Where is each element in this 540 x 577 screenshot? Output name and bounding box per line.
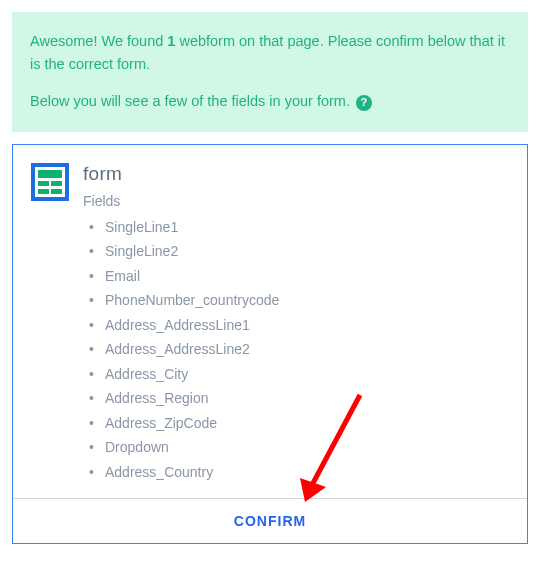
form-title: form xyxy=(83,163,509,185)
help-icon[interactable]: ? xyxy=(356,95,372,111)
list-item: Address_AddressLine2 xyxy=(105,337,509,362)
list-item: SingleLine1 xyxy=(105,215,509,240)
form-content: form Fields SingleLine1SingleLine2EmailP… xyxy=(83,163,509,485)
svg-rect-3 xyxy=(38,181,49,186)
list-item: Address_ZipCode xyxy=(105,411,509,436)
list-item: Address_City xyxy=(105,362,509,387)
alert-text: Awesome! We found xyxy=(30,33,167,49)
fields-label: Fields xyxy=(83,193,509,209)
list-item: Dropdown xyxy=(105,435,509,460)
alert-line-2: Below you will see a few of the fields i… xyxy=(30,90,510,113)
alert-line-1: Awesome! We found 1 webform on that page… xyxy=(30,30,510,76)
confirm-button[interactable]: CONFIRM xyxy=(13,498,527,543)
list-item: PhoneNumber_countrycode xyxy=(105,288,509,313)
alert-text: Below you will see a few of the fields i… xyxy=(30,93,354,109)
svg-rect-5 xyxy=(38,189,49,194)
card-body: form Fields SingleLine1SingleLine2EmailP… xyxy=(13,145,527,499)
success-alert: Awesome! We found 1 webform on that page… xyxy=(12,12,528,132)
list-item: Address_AddressLine1 xyxy=(105,313,509,338)
list-item: SingleLine2 xyxy=(105,239,509,264)
list-item: Address_Region xyxy=(105,386,509,411)
svg-rect-4 xyxy=(51,181,62,186)
list-item: Email xyxy=(105,264,509,289)
svg-rect-6 xyxy=(51,189,62,194)
fields-list: SingleLine1SingleLine2EmailPhoneNumber_c… xyxy=(83,215,509,485)
form-card: form Fields SingleLine1SingleLine2EmailP… xyxy=(12,144,528,545)
list-item: Address_Country xyxy=(105,460,509,485)
form-icon xyxy=(31,163,69,205)
svg-rect-2 xyxy=(38,170,62,178)
